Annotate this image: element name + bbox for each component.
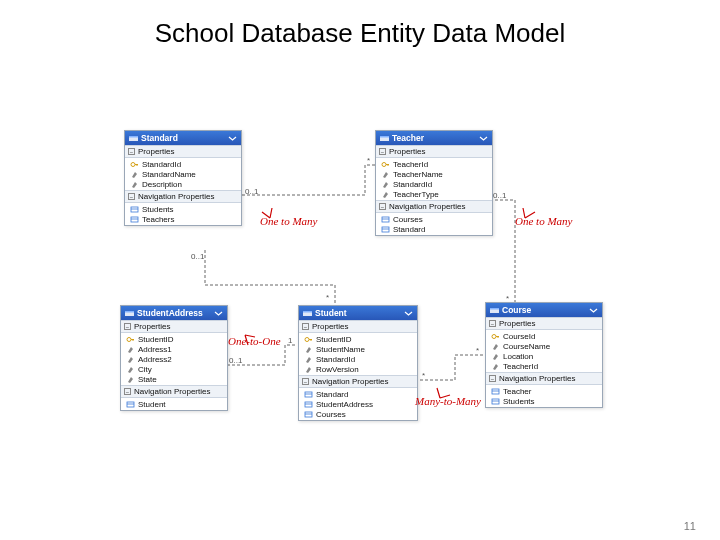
entity-header[interactable]: Student	[299, 306, 417, 320]
entity-standard[interactable]: Standard −Properties StandardId Standard…	[124, 130, 242, 226]
svg-rect-1	[129, 136, 138, 138]
entity-name: Course	[502, 305, 531, 315]
nav-icon	[304, 390, 313, 399]
property-row[interactable]: TeacherId	[376, 159, 492, 169]
entity-teacher[interactable]: Teacher −Properties TeacherId TeacherNam…	[375, 130, 493, 236]
property-icon	[126, 355, 135, 364]
svg-rect-3	[131, 207, 138, 212]
toggle-icon[interactable]: −	[379, 148, 386, 155]
collapse-icon[interactable]	[589, 306, 598, 315]
section-nav[interactable]: −Navigation Properties	[486, 372, 602, 385]
nav-row[interactable]: Teachers	[125, 214, 241, 224]
toggle-icon[interactable]: −	[489, 375, 496, 382]
label-one-to-many: One to Many	[515, 215, 572, 227]
key-icon	[381, 160, 390, 169]
svg-rect-9	[382, 227, 389, 232]
toggle-icon[interactable]: −	[489, 320, 496, 327]
cardinality: *	[506, 294, 509, 303]
property-row[interactable]: Address2	[121, 354, 227, 364]
toggle-icon[interactable]: −	[124, 323, 131, 330]
property-row[interactable]: StandardName	[125, 169, 241, 179]
toggle-icon[interactable]: −	[379, 203, 386, 210]
nav-row[interactable]: Students	[486, 396, 602, 406]
nav-row[interactable]: Standard	[376, 224, 492, 234]
property-row[interactable]: TeacherName	[376, 169, 492, 179]
page-title: School Database Entity Data Model	[0, 0, 720, 49]
property-icon	[381, 190, 390, 199]
collapse-icon[interactable]	[214, 309, 223, 318]
section-properties[interactable]: −Properties	[125, 145, 241, 158]
entity-studentaddress[interactable]: StudentAddress −Properties StudentID Add…	[120, 305, 228, 411]
property-icon	[130, 180, 139, 189]
nav-row[interactable]: Courses	[299, 409, 417, 419]
nav-row[interactable]: Student	[121, 399, 227, 409]
nav-icon	[304, 400, 313, 409]
nav-row[interactable]: Courses	[376, 214, 492, 224]
key-icon	[126, 335, 135, 344]
property-row[interactable]: StudentID	[299, 334, 417, 344]
label-one-to-many: One to Many	[260, 215, 317, 227]
toggle-icon[interactable]: −	[128, 193, 135, 200]
entity-header[interactable]: Standard	[125, 131, 241, 145]
toggle-icon[interactable]: −	[302, 323, 309, 330]
entity-icon	[490, 306, 499, 315]
property-row[interactable]: Location	[486, 351, 602, 361]
cardinality: 0..1	[191, 252, 204, 261]
cardinality: 0..1	[229, 356, 242, 365]
property-row[interactable]: RowVersion	[299, 364, 417, 374]
nav-row[interactable]: Students	[125, 204, 241, 214]
property-row[interactable]: StudentName	[299, 344, 417, 354]
section-properties[interactable]: −Properties	[376, 145, 492, 158]
toggle-icon[interactable]: −	[128, 148, 135, 155]
property-row[interactable]: TeacherId	[486, 361, 602, 371]
section-properties[interactable]: −Properties	[121, 320, 227, 333]
nav-row[interactable]: StudentAddress	[299, 399, 417, 409]
toggle-icon[interactable]: −	[124, 388, 131, 395]
property-row[interactable]: Description	[125, 179, 241, 189]
cardinality: *	[367, 156, 370, 165]
section-nav[interactable]: −Navigation Properties	[299, 375, 417, 388]
property-row[interactable]: Address1	[121, 344, 227, 354]
property-row[interactable]: CourseName	[486, 341, 602, 351]
property-row[interactable]: StandardId	[376, 179, 492, 189]
svg-rect-11	[125, 311, 134, 313]
cardinality: *	[476, 346, 479, 355]
collapse-icon[interactable]	[228, 134, 237, 143]
property-icon	[491, 362, 500, 371]
svg-rect-6	[380, 136, 389, 138]
collapse-icon[interactable]	[404, 309, 413, 318]
entity-icon	[380, 134, 389, 143]
entity-header[interactable]: StudentAddress	[121, 306, 227, 320]
nav-row[interactable]: Standard	[299, 389, 417, 399]
section-nav[interactable]: −Navigation Properties	[376, 200, 492, 213]
svg-rect-24	[492, 399, 499, 404]
property-row[interactable]: City	[121, 364, 227, 374]
property-row[interactable]: StandardId	[125, 159, 241, 169]
entity-header[interactable]: Course	[486, 303, 602, 317]
property-row[interactable]: CourseId	[486, 331, 602, 341]
collapse-icon[interactable]	[479, 134, 488, 143]
entity-course[interactable]: Course −Properties CourseId CourseName L…	[485, 302, 603, 408]
entity-header[interactable]: Teacher	[376, 131, 492, 145]
property-row[interactable]: TeacherType	[376, 189, 492, 199]
property-row[interactable]: State	[121, 374, 227, 384]
svg-rect-21	[490, 308, 499, 310]
property-icon	[126, 365, 135, 374]
cardinality: 0..1	[245, 187, 258, 196]
section-properties[interactable]: −Properties	[299, 320, 417, 333]
toggle-icon[interactable]: −	[302, 378, 309, 385]
nav-icon	[130, 205, 139, 214]
section-nav[interactable]: −Navigation Properties	[121, 385, 227, 398]
svg-rect-18	[305, 402, 312, 407]
property-row[interactable]: StandardId	[299, 354, 417, 364]
section-properties[interactable]: −Properties	[486, 317, 602, 330]
svg-rect-15	[303, 311, 312, 313]
svg-rect-23	[492, 389, 499, 394]
entity-student[interactable]: Student −Properties StudentID StudentNam…	[298, 305, 418, 421]
entity-name: Student	[315, 308, 347, 318]
property-icon	[130, 170, 139, 179]
nav-row[interactable]: Teacher	[486, 386, 602, 396]
key-icon	[491, 332, 500, 341]
section-nav[interactable]: −Navigation Properties	[125, 190, 241, 203]
property-row[interactable]: StudentID	[121, 334, 227, 344]
